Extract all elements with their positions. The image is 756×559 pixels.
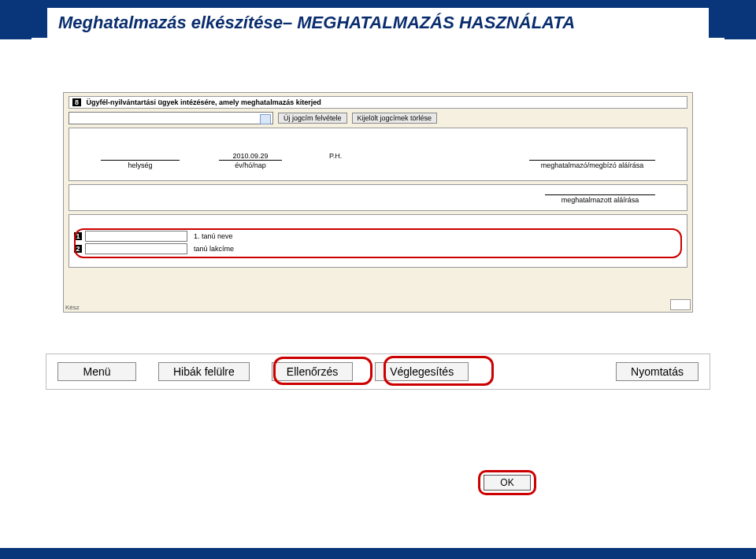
section-header: 8 Ügyfél-nyilvántartási ügyek intézésére… — [69, 96, 687, 109]
signer1-label: meghatalmazó/megbízó aláírása — [529, 161, 655, 169]
witness-addr-label: tanú lakcíme — [194, 245, 234, 253]
section-text: Ügyfél-nyilvántartási ügyek intézésére, … — [87, 98, 321, 106]
ph-label: P.H. — [329, 152, 342, 160]
signature-block-2: meghatalmazott aláírása — [69, 184, 687, 211]
menu-button[interactable]: Menü — [57, 362, 136, 381]
button-bar: Menü Hibák felülre Ellenőrzés Véglegesít… — [46, 354, 710, 390]
date-value: 2010.09.29 — [219, 152, 282, 160]
ok-button[interactable]: OK — [484, 475, 530, 491]
print-button[interactable]: Nyomtatás — [616, 362, 699, 381]
status-ready: Kész — [65, 304, 80, 311]
witness-row-2: 2 tanú lakcíme — [74, 243, 682, 254]
finalize-button[interactable]: Véglegesítés — [375, 362, 469, 381]
errors-button[interactable]: Hibák felülre — [158, 362, 250, 381]
page-title: Meghatalmazás elkészítése– MEGHATALMAZÁS… — [47, 8, 709, 41]
signature-block: helység 2010.09.29 év/hó/nap P.H. meghat… — [69, 128, 687, 181]
corner-box — [670, 299, 691, 310]
witness-idx-2: 2 — [74, 245, 82, 253]
section-number: 8 — [72, 98, 81, 106]
signer2-label: meghatalmazott aláírása — [545, 196, 655, 204]
witness-idx-1: 1 — [74, 232, 82, 240]
date-label: év/hó/nap — [219, 161, 282, 169]
witness-addr-input-1[interactable] — [85, 243, 187, 254]
delete-jogcim-button[interactable]: Kijelölt jogcímek törlése — [352, 113, 438, 124]
form-panel: 8 Ügyfél-nyilvántartási ügyek intézésére… — [63, 92, 693, 313]
add-jogcim-button[interactable]: Új jogcím felvétele — [278, 113, 347, 124]
witness-block: 1 1. tanú neve 2 tanú lakcíme — [69, 214, 687, 268]
jogcim-select[interactable] — [69, 112, 273, 124]
witness-row-1: 1 1. tanú neve — [74, 231, 682, 242]
check-button[interactable]: Ellenőrzés — [272, 362, 353, 381]
witness-name-input-1[interactable] — [85, 231, 187, 242]
witness-name-label: 1. tanú neve — [194, 232, 233, 240]
footer-band — [0, 548, 756, 559]
jogcim-row: Új jogcím felvétele Kijelölt jogcímek tö… — [69, 112, 687, 124]
helyseg-label: helység — [101, 161, 180, 169]
